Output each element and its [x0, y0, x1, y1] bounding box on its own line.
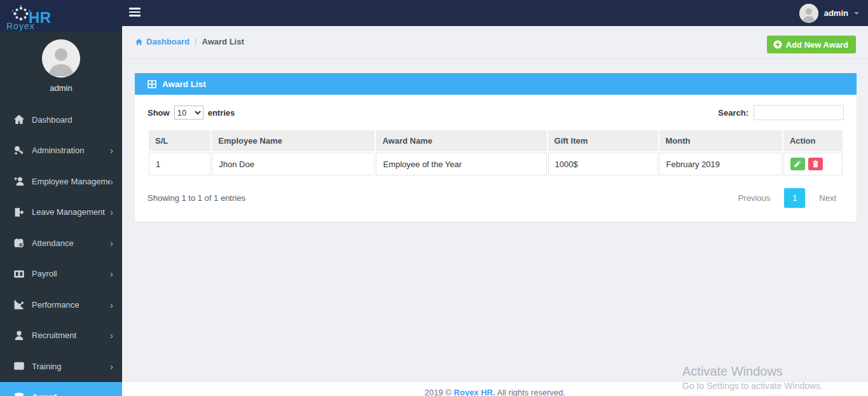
column-header-sl[interactable]: S/L: [149, 130, 210, 151]
breadcrumb: Dashboard / Award List: [135, 37, 244, 46]
sidebar-item-payroll[interactable]: Payroll ›: [0, 259, 122, 290]
sidebar-item-employee-management[interactable]: Employee Management ›: [0, 166, 122, 197]
sidebar-menu: Dashboard Administration › Employee Mana…: [0, 104, 122, 396]
page-footer: 2019 © Royex HR. All rights reserved.: [122, 381, 868, 396]
grid-icon: [148, 80, 156, 88]
logo-text-royex: Royex: [6, 21, 35, 31]
user-plus-icon: [13, 175, 25, 187]
trash-icon: [812, 160, 819, 168]
wallet-icon: [13, 268, 25, 280]
sidebar-item-training[interactable]: Training ›: [0, 351, 122, 382]
sidebar-item-leave-management[interactable]: Leave Management ›: [0, 197, 122, 228]
chevron-right-icon: ›: [110, 300, 113, 310]
sign-out-icon: [13, 207, 25, 218]
trophy-icon: [13, 392, 25, 396]
cell-gift-item: 1000$: [548, 153, 658, 175]
entries-info: Showing 1 to 1 of 1 entries: [148, 193, 245, 203]
sidebar: HR Royex admin Dashboard Administration …: [0, 0, 122, 396]
certificate-icon: [13, 360, 25, 372]
sidebar-item-label: Administration: [32, 146, 110, 155]
page-size-select[interactable]: 10: [174, 106, 203, 119]
sidebar-item-recruitment[interactable]: Recruitment ›: [0, 320, 122, 352]
sidebar-item-label: Attendance: [32, 238, 110, 248]
breadcrumb-dashboard-link[interactable]: Dashboard: [135, 37, 189, 46]
sidebar-item-label: Payroll: [32, 269, 110, 278]
pagination-page-1[interactable]: 1: [784, 188, 805, 208]
sidebar-item-label: Award: [32, 392, 110, 396]
watermark-line1: Activate Windows: [682, 364, 823, 379]
breadcrumb-separator: /: [195, 37, 197, 46]
home-icon: [135, 38, 143, 46]
table-row: 1 Jhon Doe Employee of the Year 1000$ Fe…: [149, 153, 843, 175]
column-header-action[interactable]: Action: [783, 130, 843, 151]
user-menu[interactable]: admin: [799, 0, 859, 26]
sidebar-item-label: Employee Management: [32, 177, 110, 186]
pagination-previous[interactable]: Previous: [731, 189, 778, 207]
entries-label: entries: [208, 108, 235, 118]
edit-button[interactable]: [790, 158, 805, 170]
panel-body: Show 10 entries Search: S/L Employee Nam…: [135, 95, 857, 222]
chevron-right-icon: ›: [110, 331, 113, 340]
cell-action: [783, 153, 843, 175]
edit-icon: [794, 160, 801, 168]
sidebar-item-performance[interactable]: Performance ›: [0, 289, 122, 320]
worker-icon: [13, 330, 25, 341]
chevron-right-icon: ›: [110, 362, 113, 371]
sidebar-item-label: Training: [32, 362, 110, 371]
content-header: Dashboard / Award List Add New Award: [122, 26, 868, 59]
sidebar-item-award[interactable]: Award ›: [0, 382, 122, 396]
add-new-award-button[interactable]: Add New Award: [767, 36, 856, 53]
sidebar-item-dashboard[interactable]: Dashboard: [0, 104, 122, 135]
column-header-month[interactable]: Month: [659, 130, 782, 151]
chevron-right-icon: ›: [110, 177, 113, 186]
sidebar-user-name: admin: [0, 83, 122, 93]
search-input[interactable]: [754, 105, 844, 120]
panel-header: Award List: [135, 73, 857, 95]
plus-circle-icon: [773, 40, 782, 49]
top-navbar: admin: [122, 0, 868, 26]
table-footer: Showing 1 to 1 of 1 entries Previous 1 N…: [148, 188, 844, 208]
table-controls: Show 10 entries Search:: [148, 105, 844, 120]
column-header-award-name[interactable]: Award Name: [376, 130, 546, 151]
award-table: S/L Employee Name Award Name Gift Item M…: [148, 129, 844, 177]
footer-brand-link[interactable]: Royex HR.: [454, 388, 495, 396]
cell-award-name: Employee of the Year: [376, 153, 546, 175]
delete-button[interactable]: [808, 158, 823, 170]
search-control: Search:: [718, 105, 844, 120]
sidebar-item-administration[interactable]: Administration ›: [0, 135, 122, 167]
panel-title: Award List: [162, 79, 206, 89]
chevron-right-icon: ›: [110, 238, 113, 248]
admin-key-icon: [13, 145, 25, 156]
sidebar-item-label: Dashboard: [32, 115, 113, 125]
breadcrumb-current: Award List: [202, 37, 244, 46]
chevron-right-icon: ›: [110, 146, 113, 155]
menu-toggle-icon[interactable]: [129, 8, 141, 18]
sidebar-user-block: admin: [0, 32, 122, 102]
chevron-right-icon: ›: [110, 269, 113, 278]
table-header-row: S/L Employee Name Award Name Gift Item M…: [149, 130, 843, 151]
search-label: Search:: [718, 108, 748, 118]
page-size-control: Show 10 entries: [148, 106, 235, 119]
add-new-award-label: Add New Award: [786, 40, 848, 50]
calendar-clock-icon: [13, 237, 25, 249]
sidebar-item-label: Leave Management: [32, 207, 110, 217]
pagination: Previous 1 Next: [731, 188, 844, 208]
app-logo[interactable]: HR Royex: [0, 0, 122, 32]
chevron-right-icon: ›: [110, 207, 113, 217]
show-label: Show: [148, 108, 170, 118]
chart-line-icon: [13, 299, 25, 310]
sidebar-item-label: Recruitment: [32, 331, 110, 340]
award-list-panel: Award List Show 10 entries Search: S/L E…: [135, 73, 857, 222]
cell-employee-name: Jhon Doe: [212, 153, 375, 175]
column-header-gift-item[interactable]: Gift Item: [548, 130, 658, 151]
pagination-next[interactable]: Next: [811, 189, 844, 207]
sidebar-item-attendance[interactable]: Attendance ›: [0, 228, 122, 259]
cell-sl: 1: [149, 153, 210, 175]
navbar-user-name: admin: [824, 8, 848, 18]
footer-rights: All rights reserved.: [497, 388, 566, 396]
cell-month: February 2019: [659, 153, 782, 175]
avatar: [42, 39, 80, 78]
sidebar-item-label: Performance: [32, 300, 110, 310]
caret-down-icon: [854, 12, 859, 15]
column-header-employee-name[interactable]: Employee Name: [212, 130, 375, 151]
